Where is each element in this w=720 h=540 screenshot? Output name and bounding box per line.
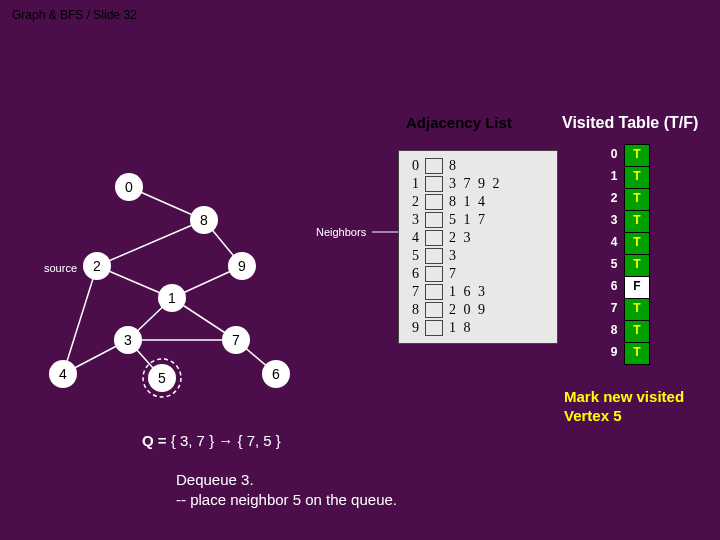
visited-row: 4T: [604, 232, 650, 254]
visited-index: 1: [604, 166, 624, 188]
breadcrumb: Graph & BFS / Slide 32: [12, 8, 137, 22]
queue-label: Q =: [142, 432, 171, 449]
adjacency-index: 0: [405, 157, 419, 175]
adjacency-index: 8: [405, 301, 419, 319]
visited-value: T: [624, 188, 650, 211]
graph-node-8: 8: [190, 206, 218, 234]
visited-row: 7T: [604, 298, 650, 320]
adjacency-values: 8 1 4: [449, 193, 487, 211]
mark-visited-note: Mark new visited Vertex 5: [564, 388, 684, 426]
adjacency-values: 3 7 9 2: [449, 175, 502, 193]
visited-index: 6: [604, 276, 624, 298]
visited-value: T: [624, 254, 650, 277]
visited-index: 0: [604, 144, 624, 166]
visited-index: 3: [604, 210, 624, 232]
graph-node-3: 3: [114, 326, 142, 354]
adjacency-values: 7: [449, 265, 458, 283]
visited-row: 2T: [604, 188, 650, 210]
graph-node-6: 6: [262, 360, 290, 388]
adjacency-row: 13 7 9 2: [405, 175, 555, 193]
visited-row: 1T: [604, 166, 650, 188]
graph-node-5: 5: [148, 364, 176, 392]
visited-index: 9: [604, 342, 624, 364]
graph-node-9: 9: [228, 252, 256, 280]
adjacency-index: 7: [405, 283, 419, 301]
adjacency-values: 8: [449, 157, 458, 175]
svg-line-2: [97, 220, 204, 266]
explain-line-2: -- place neighbor 5 on the queue.: [176, 491, 397, 508]
adjacency-values: 5 1 7: [449, 211, 487, 229]
graph-node-0: 0: [115, 173, 143, 201]
visited-index: 5: [604, 254, 624, 276]
adjacency-row: 71 6 3: [405, 283, 555, 301]
adjacency-row: 28 1 4: [405, 193, 555, 211]
adjacency-row: 53: [405, 247, 555, 265]
adjacency-values: 1 8: [449, 319, 473, 337]
visited-value: T: [624, 232, 650, 255]
graph-node-7: 7: [222, 326, 250, 354]
adjacency-row: 08: [405, 157, 555, 175]
graph-node-4: 4: [49, 360, 77, 388]
svg-line-5: [63, 266, 97, 374]
adjacency-box-icon: [425, 284, 443, 300]
graph-node-2: 2: [83, 252, 111, 280]
visited-value: T: [624, 144, 650, 167]
visited-value: F: [624, 276, 650, 299]
adjacency-box-icon: [425, 320, 443, 336]
note-line-1: Mark new visited: [564, 388, 684, 405]
explain-line-1: Dequeue 3.: [176, 471, 254, 488]
adjacency-list: 0813 7 9 228 1 435 1 742 3536771 6 382 0…: [398, 150, 558, 344]
visited-row: 9T: [604, 342, 650, 364]
neighbors-arrow-icon: [372, 231, 400, 233]
queue-line: Q = { 3, 7 } → { 7, 5 }: [142, 432, 281, 449]
adjacency-box-icon: [425, 248, 443, 264]
adjacency-row: 67: [405, 265, 555, 283]
adjacency-row: 91 8: [405, 319, 555, 337]
adjacency-box-icon: [425, 230, 443, 246]
visited-value: T: [624, 210, 650, 233]
visited-value: T: [624, 320, 650, 343]
visited-row: 8T: [604, 320, 650, 342]
adjacency-index: 9: [405, 319, 419, 337]
adjacency-index: 5: [405, 247, 419, 265]
visited-value: T: [624, 298, 650, 321]
visited-index: 4: [604, 232, 624, 254]
visited-value: T: [624, 342, 650, 365]
adjacency-row: 35 1 7: [405, 211, 555, 229]
explain-text: Dequeue 3. -- place neighbor 5 on the qu…: [176, 470, 397, 511]
visited-row: 6F: [604, 276, 650, 298]
visited-index: 7: [604, 298, 624, 320]
visited-table: 0T1T2T3T4T5T6F7T8T9T: [604, 144, 650, 364]
adjacency-index: 2: [405, 193, 419, 211]
adjacency-row: 42 3: [405, 229, 555, 247]
visited-row: 0T: [604, 144, 650, 166]
adjacency-box-icon: [425, 194, 443, 210]
graph-diagram: 0 8 2 9 1 3 7 4 5 6: [0, 150, 320, 410]
adjacency-index: 3: [405, 211, 419, 229]
visited-row: 3T: [604, 210, 650, 232]
note-line-2: Vertex 5: [564, 407, 622, 424]
neighbors-label: Neighbors: [316, 226, 366, 238]
visited-index: 8: [604, 320, 624, 342]
visited-index: 2: [604, 188, 624, 210]
visited-row: 5T: [604, 254, 650, 276]
adjacency-values: 1 6 3: [449, 283, 487, 301]
adjacency-box-icon: [425, 266, 443, 282]
adjacency-index: 1: [405, 175, 419, 193]
adjacency-box-icon: [425, 302, 443, 318]
graph-node-1: 1: [158, 284, 186, 312]
adjacency-values: 3: [449, 247, 458, 265]
adjacency-values: 2 3: [449, 229, 473, 247]
adjacency-list-heading: Adjacency List: [406, 114, 512, 131]
queue-value: { 3, 7 } → { 7, 5 }: [171, 432, 281, 449]
adjacency-box-icon: [425, 158, 443, 174]
visited-value: T: [624, 166, 650, 189]
visited-table-heading: Visited Table (T/F): [562, 114, 698, 132]
adjacency-index: 6: [405, 265, 419, 283]
adjacency-values: 2 0 9: [449, 301, 487, 319]
adjacency-row: 82 0 9: [405, 301, 555, 319]
adjacency-box-icon: [425, 212, 443, 228]
adjacency-index: 4: [405, 229, 419, 247]
adjacency-box-icon: [425, 176, 443, 192]
